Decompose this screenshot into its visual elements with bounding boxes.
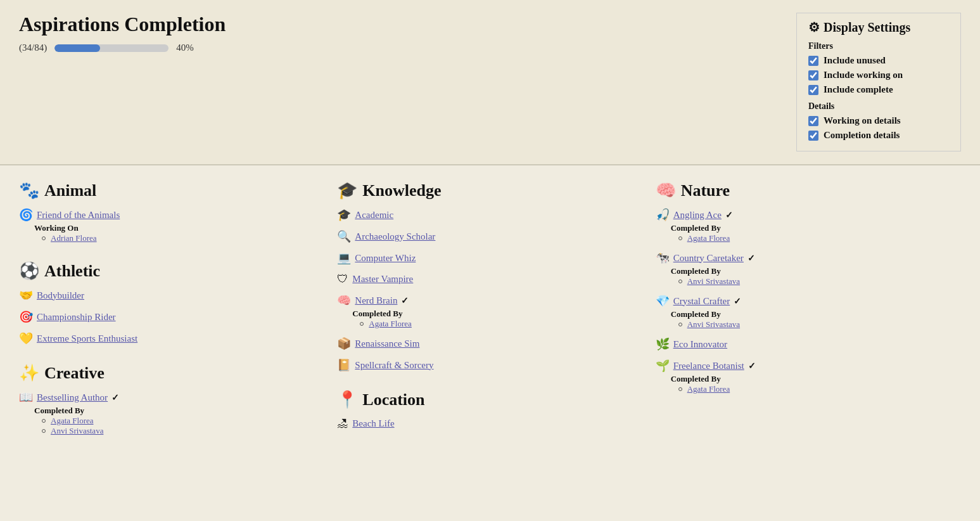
status-person[interactable]: Anvi Srivastava bbox=[678, 319, 961, 330]
column: 🎓Knowledge🎓Academic🔍Archaeology Scholar💻… bbox=[337, 181, 642, 454]
aspiration-item: 🎯Championship Rider bbox=[19, 310, 324, 324]
include-unused-checkbox[interactable]: Include unused bbox=[808, 55, 949, 66]
aspiration-item: 📦Renaissance Sim bbox=[337, 337, 642, 351]
aspiration-icon: 🤝 bbox=[19, 288, 33, 302]
status-person[interactable]: Adrian Florea bbox=[42, 233, 324, 243]
column: 🧠Nature🎣Angling Ace ✓Completed ByAgata F… bbox=[656, 181, 961, 454]
status-label: Completed By bbox=[671, 374, 961, 384]
aspiration-icon: 🌿 bbox=[656, 337, 670, 351]
status-person[interactable]: Agata Florea bbox=[360, 319, 642, 329]
aspiration-link[interactable]: Freelance Botanist bbox=[673, 361, 744, 371]
gear-icon: ⚙ bbox=[808, 20, 820, 35]
category-header-creative: ✨Creative bbox=[19, 363, 324, 383]
aspiration-link-row: 🤝Bodybuilder bbox=[19, 288, 324, 302]
status-label: Completed By bbox=[671, 309, 961, 319]
aspiration-link[interactable]: Academic bbox=[355, 210, 393, 221]
aspiration-link[interactable]: Beach Life bbox=[352, 418, 394, 429]
aspiration-link[interactable]: Friend of the Animals bbox=[37, 210, 120, 221]
category-name-animal: Animal bbox=[44, 181, 96, 200]
aspiration-link[interactable]: Crystal Crafter bbox=[673, 296, 730, 307]
aspiration-link-row: 📦Renaissance Sim bbox=[337, 337, 642, 351]
category-icon-location: 📍 bbox=[337, 390, 357, 409]
bullet-icon bbox=[678, 236, 682, 240]
aspiration-link-row: 🎣Angling Ace ✓ bbox=[656, 208, 961, 222]
progress-bar-container bbox=[54, 44, 169, 52]
person-name: Anvi Srivastava bbox=[687, 276, 740, 286]
aspiration-item: 🤝Bodybuilder bbox=[19, 288, 324, 302]
bullet-icon bbox=[42, 429, 46, 433]
category-header-location: 📍Location bbox=[337, 390, 642, 409]
aspiration-link[interactable]: Master Vampire bbox=[352, 274, 413, 285]
aspiration-link[interactable]: Renaissance Sim bbox=[355, 338, 419, 349]
aspiration-icon: 🌀 bbox=[19, 208, 33, 222]
aspiration-link-row: 🎓Academic bbox=[337, 208, 642, 222]
status-person[interactable]: Anvi Srivastava bbox=[678, 276, 961, 286]
progress-pct: 40% bbox=[176, 42, 194, 53]
category-name-nature: Nature bbox=[681, 181, 730, 200]
header-section: Aspirations Completion (34/84) 40% ⚙ Dis… bbox=[0, 0, 980, 165]
category-location: 📍Location🏖Beach Life bbox=[337, 390, 642, 430]
status-person[interactable]: Anvi Srivastava bbox=[42, 426, 324, 436]
aspiration-icon: 🏖 bbox=[337, 417, 348, 430]
aspiration-link[interactable]: Angling Ace bbox=[673, 210, 722, 221]
category-knowledge: 🎓Knowledge🎓Academic🔍Archaeology Scholar💻… bbox=[337, 181, 642, 372]
category-name-location: Location bbox=[362, 390, 424, 409]
checkmark-icon: ✓ bbox=[734, 296, 741, 307]
status-person[interactable]: Agata Florea bbox=[678, 233, 961, 243]
aspiration-icon: 🎣 bbox=[656, 208, 670, 222]
category-name-creative: Creative bbox=[44, 364, 105, 383]
aspiration-item: 🌀Friend of the AnimalsWorking OnAdrian F… bbox=[19, 208, 324, 243]
aspiration-icon: 💎 bbox=[656, 294, 670, 308]
status-label: Completed By bbox=[671, 223, 961, 233]
filters-label: Filters bbox=[808, 41, 949, 51]
category-icon-creative: ✨ bbox=[19, 363, 39, 383]
completion-details-checkbox[interactable]: Completion details bbox=[808, 130, 949, 141]
bullet-icon bbox=[42, 236, 46, 240]
category-header-nature: 🧠Nature bbox=[656, 181, 961, 200]
category-icon-knowledge: 🎓 bbox=[337, 181, 357, 200]
aspiration-icon: 🌱 bbox=[656, 359, 670, 373]
status-label: Completed By bbox=[671, 266, 961, 276]
aspiration-icon: 🛡 bbox=[337, 273, 348, 286]
aspiration-link[interactable]: Championship Rider bbox=[37, 312, 116, 323]
working-on-details-checkbox[interactable]: Working on details bbox=[808, 115, 949, 126]
aspiration-icon: 🎓 bbox=[337, 208, 351, 222]
aspiration-item: 🌱Freelance Botanist ✓Completed ByAgata F… bbox=[656, 359, 961, 394]
checkmark-icon: ✓ bbox=[748, 361, 756, 371]
aspiration-link-row: 🧠Nerd Brain ✓ bbox=[337, 293, 642, 307]
aspiration-icon: 📦 bbox=[337, 337, 351, 351]
aspiration-link[interactable]: Archaeology Scholar bbox=[355, 231, 435, 242]
aspiration-link[interactable]: Bestselling Author bbox=[37, 392, 108, 403]
aspiration-icon: 📖 bbox=[19, 390, 33, 404]
aspiration-item: 📖Bestselling Author ✓Completed ByAgata F… bbox=[19, 390, 324, 436]
status-person[interactable]: Agata Florea bbox=[42, 416, 324, 426]
aspiration-icon: 🎯 bbox=[19, 310, 33, 324]
aspiration-icon: 🔍 bbox=[337, 229, 351, 243]
aspiration-item: 🏖Beach Life bbox=[337, 417, 642, 430]
status-person[interactable]: Agata Florea bbox=[678, 384, 961, 394]
aspiration-item: 💎Crystal Crafter ✓Completed ByAnvi Sriva… bbox=[656, 294, 961, 330]
aspiration-link[interactable]: Country Caretaker bbox=[673, 253, 744, 264]
aspiration-link[interactable]: Nerd Brain bbox=[355, 295, 397, 306]
category-header-athletic: ⚽Athletic bbox=[19, 261, 324, 281]
aspiration-item: 💻Computer Whiz bbox=[337, 251, 642, 265]
bullet-icon bbox=[678, 387, 682, 391]
aspiration-link[interactable]: Extreme Sports Enthusiast bbox=[37, 333, 137, 344]
aspiration-icon: 💻 bbox=[337, 251, 351, 265]
person-name: Agata Florea bbox=[51, 416, 94, 426]
category-creative: ✨Creative📖Bestselling Author ✓Completed … bbox=[19, 363, 324, 436]
aspiration-link[interactable]: Bodybuilder bbox=[37, 290, 84, 301]
aspiration-link-row: 🌀Friend of the Animals bbox=[19, 208, 324, 222]
include-working-on-checkbox[interactable]: Include working on bbox=[808, 70, 949, 80]
aspiration-link[interactable]: Eco Innovator bbox=[673, 339, 727, 350]
category-icon-nature: 🧠 bbox=[656, 181, 676, 200]
aspiration-link[interactable]: Spellcraft & Sorcery bbox=[355, 360, 433, 371]
include-complete-checkbox[interactable]: Include complete bbox=[808, 84, 949, 95]
aspiration-link-row: 💛Extreme Sports Enthusiast bbox=[19, 331, 324, 345]
aspiration-link-row: 📔Spellcraft & Sorcery bbox=[337, 358, 642, 372]
aspiration-link-row: 🛡Master Vampire bbox=[337, 273, 642, 286]
person-name: Anvi Srivastava bbox=[51, 426, 103, 436]
aspiration-link-row: 🎯Championship Rider bbox=[19, 310, 324, 324]
column: 🐾Animal🌀Friend of the AnimalsWorking OnA… bbox=[19, 181, 324, 454]
aspiration-link[interactable]: Computer Whiz bbox=[355, 253, 416, 264]
